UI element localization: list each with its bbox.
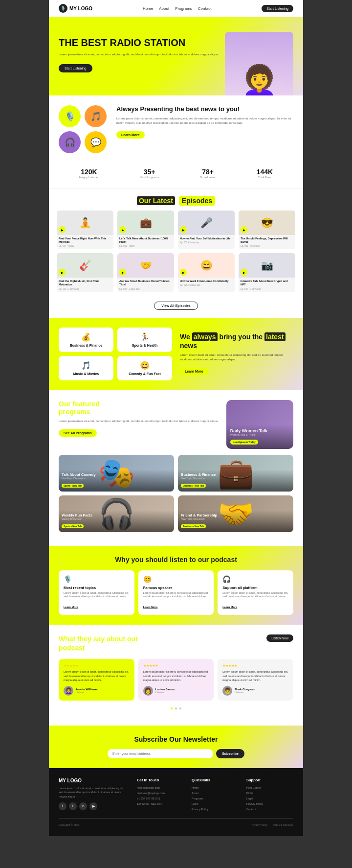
program-card-business: 💼 Business & Finance New Topic Discussio… [178,455,293,492]
footer-support-help[interactable]: Help Center [246,785,293,791]
nav-about[interactable]: About [159,6,169,11]
featured-section: Our featured programs Lorem ipsum dolor … [49,390,303,546]
view-all-container: View All Episodes [49,298,303,318]
category-business[interactable]: 💰 Business & Finance [59,328,113,352]
program-badge-business: Business - New Talk [181,484,206,488]
footer-bottom: Copyright © 2024 Privacy Policy Terms & … [59,818,293,826]
footer-link-programs[interactable]: Programs [192,796,239,801]
footer-bottom-links: Privacy Policy Terms & Services [251,823,293,826]
category-music[interactable]: 🎵 Music & Movies [59,356,113,380]
author-role-2: Listener [155,691,175,694]
footer-support-contact[interactable]: Contact [246,807,293,812]
featured-main-title: Daily Women Talk [230,428,289,433]
episode-play-2[interactable]: ▶ [119,226,126,233]
episode-play-4[interactable]: ▶ [241,226,247,233]
footer-support-privacy[interactable]: Privacy Policy [246,801,293,807]
testimonial-author-3: 👨 Mark Gregson Listener [222,686,288,696]
about-learn-button[interactable]: Learn More [116,131,145,139]
about-icon-microphone: 🎙️ [59,105,81,127]
category-business-icon: 💰 [81,332,91,342]
newsletter-submit-button[interactable]: Subscribe [216,749,244,758]
why-card-recent-link[interactable]: Learn More [64,606,78,609]
footer-terms-link[interactable]: Terms & Services [272,823,293,826]
footer-contact-email1: hello@mylogo.com [137,785,184,791]
social-youtube[interactable]: ▶ [89,802,97,810]
social-facebook[interactable]: f [59,802,66,810]
author-info-3: Mark Gregson Listener [235,688,254,694]
footer-privacy-link[interactable]: Privacy Policy [251,823,267,826]
episode-play-3[interactable]: ▶ [180,226,187,233]
dot-3[interactable]: ● [179,705,182,711]
episode-card-5: 🎸 ▶ Find the Right Music, Find Your Moti… [57,253,113,292]
episodes-grid: 🧘 ▶ Find Your Peace Right Now With This … [49,211,303,298]
testimonials-grid: ★★★★★ Lorem ipsum dolor sit amet, consec… [59,659,293,701]
nav-cta-button[interactable]: Start Listening [262,5,293,12]
stat-listeners: 120K Happy Listener [79,168,99,179]
episodes-title-pre: Our Latest [137,196,175,205]
stat-fans-number: 144K [257,168,273,176]
episode-play-6[interactable]: ▶ [119,269,126,276]
footer-support-legal[interactable]: Legal [246,796,293,801]
episode-meta-6: Ep. 029 • 2 days ago [119,288,172,290]
nav-home[interactable]: Home [143,6,153,11]
hero-title: THE BEST RADIO STATION [59,37,225,48]
featured-text: Our featured programs Lorem ipsum dolor … [59,400,219,437]
dot-2[interactable]: ● [175,705,177,711]
hero-cta-button[interactable]: Start Listening [59,64,92,72]
nav-programs[interactable]: Programs [175,6,192,11]
program-title-business: Business & Finance [181,472,290,477]
stat-programs-number: 35+ [140,168,159,176]
program-card-comedy: 🎭 Talk About Comedy New Topic Discussion… [59,455,174,492]
view-all-episodes-button[interactable]: View All Episodes [154,302,198,310]
footer-support-faqs[interactable]: FAQs [246,791,293,796]
author-role-1: Listener [76,691,98,694]
stats-section: 120K Happy Listener 35+ Next Programs 78… [49,163,303,189]
footer-grid: MY LOGO Lorem ipsum dolor sit amet, cons… [59,778,293,812]
newsletter-email-input[interactable] [108,749,213,758]
featured-main-badge: New Episode Today [230,440,258,445]
episode-play-7[interactable]: ▶ [180,269,187,276]
episode-play-5[interactable]: ▶ [59,269,66,276]
episodes-title: Our Latest Episodes [49,189,303,211]
social-linkedin[interactable]: in [79,802,87,810]
categories-learn-button[interactable]: Learn More [180,368,208,375]
see-programs-button[interactable]: See All Programs [59,429,97,437]
about-section: 🎙️ 🎵 🎧 💬 Always Presenting the best news… [49,95,303,163]
program-card-friend: 🤝 Friend & Partnership New Topic Discuss… [178,495,293,532]
categories-text: We always bring you the latest news Lore… [180,332,293,375]
program-badge-weekly: Sports - New Talk [62,524,84,528]
footer-link-home[interactable]: Home [192,785,239,791]
author-role-3: Listener [235,691,254,694]
dots-indicator: ● ● ● [59,701,293,716]
stat-fans: 144K Total Fans [257,168,273,179]
episode-info-5: Find the Right Music, Find Your Motivati… [57,278,113,292]
dot-active[interactable]: ● [170,705,173,711]
social-twitter[interactable]: t [69,802,77,810]
category-comedy[interactable]: 😄 Comedy & Fun Fact [117,356,172,380]
episode-meta-1: Ep. 034 • Today [59,245,111,247]
episode-play-1[interactable]: ▶ [59,226,66,233]
listen-now-button[interactable]: Listen Now [266,634,293,642]
program-badge-friend: Business - New Talk [181,524,206,528]
category-sports[interactable]: 🏃 Sports & Health [117,328,172,352]
featured-main-info: Daily Women Talk Women Tips & Tricks New… [226,424,293,449]
footer-link-login[interactable]: Login [192,801,239,807]
episode-card-4: 😎 ▶ The Untold Feelings, Depression Will… [239,211,295,249]
episode-title-2: Let's Talk More About Business! 100% Pro… [119,237,172,244]
episode-info-8: Intensive Talk About New Crypto and NFT … [239,278,295,292]
episode-play-8[interactable]: ▶ [241,269,247,276]
logo-icon [59,4,67,13]
why-card-platform-link[interactable]: Learn More [222,606,237,609]
footer-link-about[interactable]: About [192,791,239,796]
featured-main-card: Daily Women Talk Women Tips & Tricks New… [226,400,293,449]
nav-contact[interactable]: Contact [198,6,212,11]
footer-contact: Get In Touch hello@mylogo.com business@m… [137,778,184,812]
why-highlight: listen [170,556,188,563]
why-card-speaker-link[interactable]: Learn More [143,606,158,609]
program-info-friend: Friend & Partnership New Topic Discussio… [178,510,293,532]
footer-brand-name: MY LOGO [59,778,129,783]
episode-card-1: 🧘 ▶ Find Your Peace Right Now With This … [57,211,113,249]
testimonial-text-2: Lorem ipsum dolor sit amet, consectetur … [143,670,209,682]
footer-link-privacy[interactable]: Privacy Policy [192,807,239,812]
featured-title-highlight: programs [59,408,90,416]
